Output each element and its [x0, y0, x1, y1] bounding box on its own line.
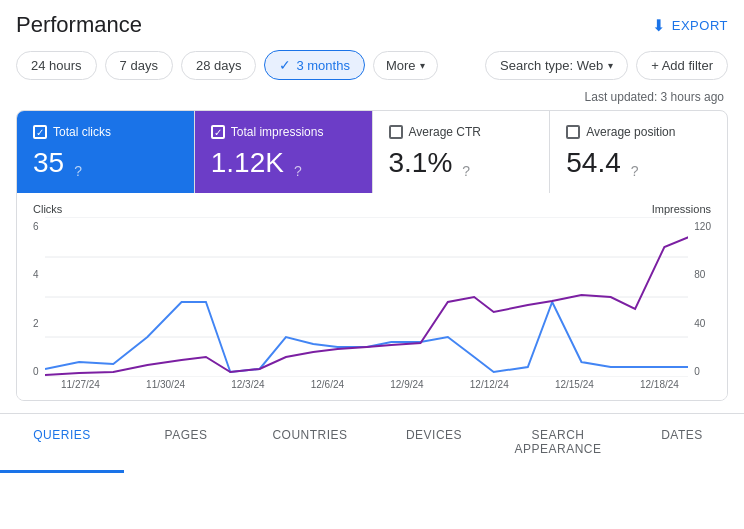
last-updated-text: Last updated: 3 hours ago: [0, 88, 744, 110]
export-button[interactable]: ⬇ EXPORT: [652, 16, 728, 35]
metrics-row: Total clicks 35 ? Total impressions 1.12…: [17, 111, 727, 193]
impressions-value: 1.12K: [211, 147, 284, 179]
x-label-3: 12/3/24: [231, 379, 264, 390]
time-filter-3m-label: 3 months: [296, 58, 349, 73]
tab-search-appearance-label: SEARCH APPEARANCE: [514, 428, 601, 456]
tab-queries-label: QUERIES: [33, 428, 91, 442]
filter-bar: 24 hours 7 days 28 days ✓ 3 months More …: [0, 46, 744, 88]
position-value: 54.4: [566, 147, 621, 179]
impressions-line: [45, 237, 689, 375]
clicks-label: Total clicks: [53, 125, 111, 139]
time-filter-7d-label: 7 days: [120, 58, 158, 73]
page-header: Performance ⬇ EXPORT: [0, 0, 744, 46]
y-right-low: 40: [694, 318, 705, 329]
y-left-mid: 4: [33, 269, 39, 280]
position-checkbox[interactable]: [566, 125, 580, 139]
impressions-axis-label: Impressions: [652, 203, 711, 215]
ctr-help-icon[interactable]: ?: [462, 163, 470, 179]
clicks-checkbox[interactable]: [33, 125, 47, 139]
position-value-row: 54.4 ?: [566, 147, 711, 179]
search-type-label: Search type: Web: [500, 58, 603, 73]
impressions-value-row: 1.12K ?: [211, 147, 356, 179]
metric-ctr-header: Average CTR: [389, 125, 534, 139]
clicks-help-icon[interactable]: ?: [74, 163, 82, 179]
ctr-value: 3.1%: [389, 147, 453, 179]
time-filter-3m[interactable]: ✓ 3 months: [264, 50, 364, 80]
y-right-max: 120: [694, 221, 711, 232]
chevron-down-icon: ▾: [420, 60, 425, 71]
metric-clicks: Total clicks 35 ?: [17, 111, 195, 193]
x-axis-labels: 11/27/24 11/30/24 12/3/24 12/6/24 12/9/2…: [33, 377, 711, 390]
time-filter-7d[interactable]: 7 days: [105, 51, 173, 80]
metric-position-header: Average position: [566, 125, 711, 139]
y-left-max: 6: [33, 221, 39, 232]
x-label-1: 11/27/24: [61, 379, 100, 390]
tab-dates-label: DATES: [661, 428, 703, 442]
x-label-4: 12/6/24: [311, 379, 344, 390]
tab-countries-label: COUNTRIES: [272, 428, 347, 442]
tab-devices-label: DEVICES: [406, 428, 462, 442]
more-filter-button[interactable]: More ▾: [373, 51, 438, 80]
x-label-6: 12/12/24: [470, 379, 509, 390]
metric-ctr: Average CTR 3.1% ?: [373, 111, 551, 193]
impressions-help-icon[interactable]: ?: [294, 163, 302, 179]
bottom-tabs: QUERIES PAGES COUNTRIES DEVICES SEARCH A…: [0, 413, 744, 473]
tab-dates[interactable]: DATES: [620, 414, 744, 473]
main-content: Total clicks 35 ? Total impressions 1.12…: [0, 110, 744, 409]
clicks-value: 35: [33, 147, 64, 179]
y-right-mid: 80: [694, 269, 705, 280]
active-check-icon: ✓: [279, 57, 291, 73]
ctr-checkbox[interactable]: [389, 125, 403, 139]
tab-queries[interactable]: QUERIES: [0, 414, 124, 473]
y-left-low: 2: [33, 318, 39, 329]
tab-devices[interactable]: DEVICES: [372, 414, 496, 473]
x-label-8: 12/18/24: [640, 379, 679, 390]
tab-search-appearance[interactable]: SEARCH APPEARANCE: [496, 414, 620, 473]
x-label-5: 12/9/24: [390, 379, 423, 390]
position-label: Average position: [586, 125, 675, 139]
time-filter-24h[interactable]: 24 hours: [16, 51, 97, 80]
add-filter-button[interactable]: + Add filter: [636, 51, 728, 80]
download-icon: ⬇: [652, 16, 666, 35]
metric-impressions-header: Total impressions: [211, 125, 356, 139]
tab-countries[interactable]: COUNTRIES: [248, 414, 372, 473]
impressions-label: Total impressions: [231, 125, 324, 139]
impressions-checkbox[interactable]: [211, 125, 225, 139]
search-type-chevron-icon: ▾: [608, 60, 613, 71]
line-chart-svg: [45, 217, 689, 377]
y-left-min: 0: [33, 366, 39, 377]
y-right-min: 0: [694, 366, 700, 377]
add-filter-label: + Add filter: [651, 58, 713, 73]
time-filter-28d-label: 28 days: [196, 58, 242, 73]
tab-pages-label: PAGES: [165, 428, 208, 442]
ctr-label: Average CTR: [409, 125, 481, 139]
clicks-value-row: 35 ?: [33, 147, 178, 179]
tab-pages[interactable]: PAGES: [124, 414, 248, 473]
metric-position: Average position 54.4 ?: [550, 111, 727, 193]
page-title: Performance: [16, 12, 142, 38]
search-type-button[interactable]: Search type: Web ▾: [485, 51, 628, 80]
export-label: EXPORT: [672, 18, 728, 33]
x-label-2: 11/30/24: [146, 379, 185, 390]
ctr-value-row: 3.1% ?: [389, 147, 534, 179]
clicks-axis-label: Clicks: [33, 203, 62, 215]
chart-top-labels: Clicks Impressions: [33, 203, 711, 217]
metrics-chart-card: Total clicks 35 ? Total impressions 1.12…: [16, 110, 728, 401]
metric-clicks-header: Total clicks: [33, 125, 178, 139]
metric-impressions: Total impressions 1.12K ?: [195, 111, 373, 193]
x-label-7: 12/15/24: [555, 379, 594, 390]
time-filter-28d[interactable]: 28 days: [181, 51, 257, 80]
time-filter-24h-label: 24 hours: [31, 58, 82, 73]
more-filter-label: More: [386, 58, 416, 73]
position-help-icon[interactable]: ?: [631, 163, 639, 179]
chart-container: Clicks Impressions 6 4 2 0: [17, 193, 727, 400]
